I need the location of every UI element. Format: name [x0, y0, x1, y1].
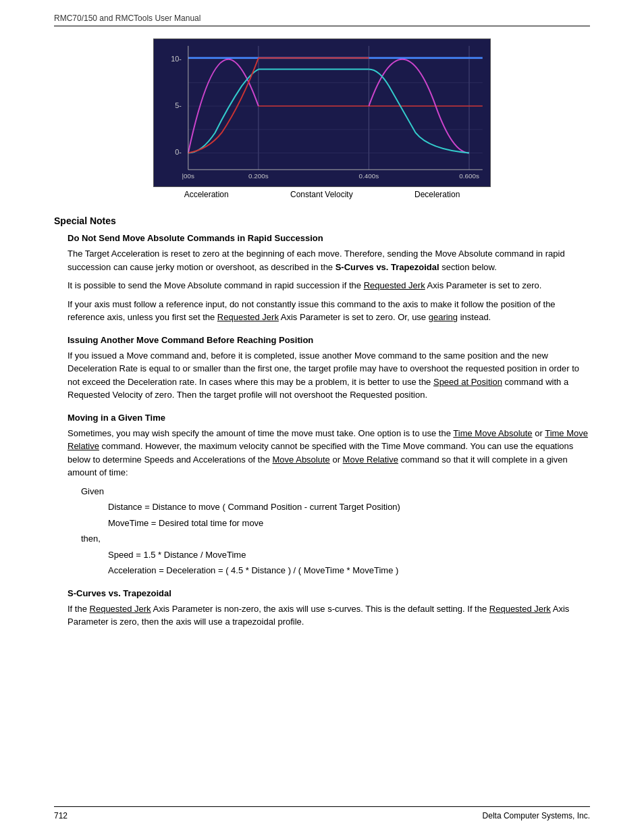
subsection-1-para-1: The Target Acceleration is reset to zero… [68, 247, 590, 273]
subsection-2: Issuing Another Move Command Before Reac… [68, 335, 590, 402]
svg-text:0.200s: 0.200s [248, 172, 269, 180]
then-label: then, [81, 532, 590, 546]
then-item-2: Acceleration = Deceleration = ( 4.5 * Di… [108, 564, 590, 577]
page-footer: 712 Delta Computer Systems, Inc. [54, 806, 590, 820]
chart-area: 10- 5- 0- |00s 0.200s 0.400s 0.600s [153, 38, 491, 187]
header-text: RMC70/150 and RMCTools User Manual [54, 14, 200, 23]
subsection-3-para-1: Sometimes, you may wish specify the amou… [68, 427, 590, 479]
page-number: 712 [54, 811, 68, 820]
given-label: Given [81, 485, 590, 498]
company-name: Delta Computer Systems, Inc. [483, 811, 590, 820]
subsection-4-para-1: If the Requested Jerk Axis Parameter is … [68, 602, 590, 629]
page: RMC70/150 and RMCTools User Manual [0, 0, 644, 834]
given-item-1: Distance = Distance to move ( Command Po… [108, 500, 590, 514]
subsection-3: Moving in a Given Time Sometimes, you ma… [68, 413, 590, 577]
svg-text:|00s: |00s [182, 172, 195, 180]
section-title: Special Notes [54, 215, 590, 226]
subsection-4: S-Curves vs. Trapezoidal If the Requeste… [68, 588, 590, 629]
subsection-1: Do Not Send Move Absolute Commands in Ra… [68, 233, 590, 324]
page-header: RMC70/150 and RMCTools User Manual [54, 14, 590, 26]
svg-text:5-: 5- [175, 101, 182, 109]
chart-svg: 10- 5- 0- |00s 0.200s 0.400s 0.600s [154, 39, 490, 186]
subsection-1-title: Do Not Send Move Absolute Commands in Ra… [68, 233, 590, 243]
svg-text:0.400s: 0.400s [359, 172, 379, 180]
chart-container: 10- 5- 0- |00s 0.200s 0.400s 0.600s [153, 38, 491, 199]
svg-text:10-: 10- [171, 55, 182, 63]
subsection-2-title: Issuing Another Move Command Before Reac… [68, 335, 590, 345]
chart-label-constant: Constant Velocity [290, 190, 353, 199]
given-item-2: MoveTime = Desired total time for move [108, 517, 590, 530]
content: Special Notes Do Not Send Move Absolute … [54, 215, 590, 629]
subsection-2-para-1: If you issued a Move command and, before… [68, 349, 590, 402]
chart-label-acceleration: Acceleration [184, 190, 229, 199]
subsection-3-title: Moving in a Given Time [68, 413, 590, 423]
svg-rect-0 [155, 39, 489, 186]
chart-label-deceleration: Deceleration [414, 190, 460, 199]
chart-labels: Acceleration Constant Velocity Decelerat… [153, 190, 491, 199]
svg-text:0-: 0- [175, 148, 182, 156]
subsection-1-para-3: If your axis must follow a reference inp… [68, 298, 590, 324]
subsection-1-para-2: It is possible to send the Move Absolute… [68, 279, 590, 292]
then-item-1: Speed = 1.5 * Distance / MoveTime [108, 548, 590, 562]
svg-text:0.600s: 0.600s [459, 172, 479, 180]
subsection-4-title: S-Curves vs. Trapezoidal [68, 588, 590, 598]
